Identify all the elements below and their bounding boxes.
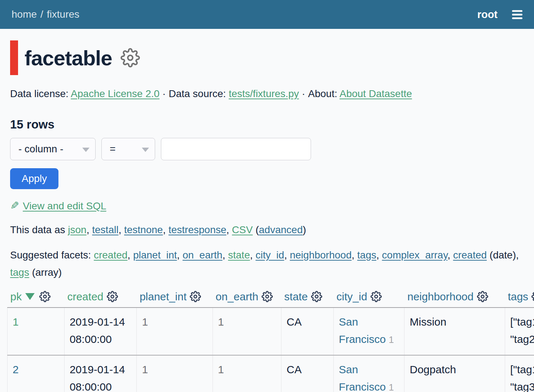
separator: , xyxy=(250,249,256,261)
cell-on-earth: 1 xyxy=(213,308,281,355)
export-link-json[interactable]: json xyxy=(68,224,86,235)
row-pk-link[interactable]: 1 xyxy=(13,316,19,328)
separator: , xyxy=(177,249,183,261)
suggested-facets-row: Suggested facets: created, planet_int, o… xyxy=(10,247,524,281)
facet-link-planet-int[interactable]: planet_int xyxy=(133,249,177,261)
table-header-row: pk created planet_int on_earth state xyxy=(8,289,534,308)
separator: , xyxy=(516,249,519,261)
facet-link-tags[interactable]: tags xyxy=(357,249,376,261)
filter-value-input[interactable] xyxy=(161,138,311,160)
facet-link-on-earth[interactable]: on_earth xyxy=(183,249,223,261)
column-gear-icon[interactable] xyxy=(190,291,201,302)
license-link[interactable]: Apache License 2.0 xyxy=(71,88,159,99)
export-link-advanced[interactable]: advanced xyxy=(259,224,303,235)
column-gear-icon[interactable] xyxy=(477,291,488,302)
source-link[interactable]: tests/fixtures.py xyxy=(229,88,299,99)
menu-button[interactable] xyxy=(512,10,522,19)
column-header-state: state xyxy=(281,289,334,308)
table-row: 1 2019-01-14 08:00:00 1 1 CA San Francis… xyxy=(8,308,534,355)
column-header-tags: tags xyxy=(505,289,534,308)
column-header-tags-link[interactable]: tags xyxy=(508,291,528,302)
facet-link-created[interactable]: created xyxy=(94,249,127,261)
separator: , xyxy=(163,224,168,235)
cell-pk: 2 xyxy=(8,355,65,392)
pencil-icon: ✎ xyxy=(10,199,19,212)
city-link[interactable]: San Francisco xyxy=(339,363,386,392)
hamburger-icon xyxy=(512,10,522,12)
column-gear-icon[interactable] xyxy=(311,291,322,302)
separator: , xyxy=(127,249,133,261)
cell-pk: 1 xyxy=(8,308,65,355)
paren: ) xyxy=(303,224,306,235)
column-header-neighborhood-link[interactable]: neighborhood xyxy=(407,291,474,302)
separator-dot: · xyxy=(302,88,305,99)
hamburger-icon xyxy=(512,14,522,16)
column-header-created: created xyxy=(64,289,136,308)
export-link-testresponse[interactable]: testresponse xyxy=(168,224,226,235)
hamburger-icon xyxy=(512,17,522,19)
column-gear-icon[interactable] xyxy=(371,291,382,302)
column-header-created-link[interactable]: created xyxy=(67,291,103,302)
breadcrumb-separator: / xyxy=(40,9,43,20)
column-header-planet-int-link[interactable]: planet_int xyxy=(140,291,187,302)
facet-link-state[interactable]: state xyxy=(228,249,250,261)
facet-link-tags-array[interactable]: tags xyxy=(10,267,29,278)
column-gear-icon[interactable] xyxy=(39,291,51,302)
cell-state: CA xyxy=(281,308,334,355)
city-link[interactable]: San Francisco xyxy=(339,316,386,345)
view-edit-sql-link[interactable]: View and edit SQL xyxy=(23,200,106,212)
separator: , xyxy=(284,249,290,261)
city-id-number: 1 xyxy=(389,382,394,392)
facet-link-created-date[interactable]: created xyxy=(453,249,487,261)
about-link[interactable]: About Datasette xyxy=(340,88,412,99)
facet-link-city-id[interactable]: city_id xyxy=(255,249,284,261)
breadcrumb: home/fixtures xyxy=(12,9,79,20)
chevron-down-icon xyxy=(82,148,89,152)
page-title-row: facetable xyxy=(10,40,524,75)
export-link-csv[interactable]: CSV xyxy=(232,224,253,235)
row-pk-link[interactable]: 2 xyxy=(13,363,19,375)
export-formats-row: This data as json, testall, testnone, te… xyxy=(10,224,524,236)
separator: , xyxy=(447,249,453,261)
column-header-state-link[interactable]: state xyxy=(284,291,308,302)
logged-in-user[interactable]: root xyxy=(477,9,498,21)
facet-link-complex-array[interactable]: complex_array xyxy=(382,249,448,261)
sql-link-row: ✎View and edit SQL xyxy=(10,199,524,212)
row-count-heading: 15 rows xyxy=(10,118,524,131)
breadcrumb-home-link[interactable]: home xyxy=(12,9,37,20)
column-gear-icon[interactable] xyxy=(107,291,118,302)
separator: , xyxy=(376,249,382,261)
page-title: facetable xyxy=(25,46,112,70)
facet-suffix: (date) xyxy=(487,249,516,261)
operator-select-value: = xyxy=(110,143,115,155)
about-label: About: xyxy=(308,88,337,99)
title-accent-bar xyxy=(10,40,18,75)
table-settings-gear-icon[interactable] xyxy=(121,48,140,67)
breadcrumb-current-link[interactable]: fixtures xyxy=(47,9,79,20)
apply-button[interactable]: Apply xyxy=(10,168,58,189)
paren: ( xyxy=(253,224,259,235)
cell-planet-int: 1 xyxy=(137,308,213,355)
facet-suffix: (array) xyxy=(29,267,62,278)
column-gear-icon[interactable] xyxy=(531,291,534,302)
table-row: 2 2019-01-14 08:00:00 1 1 CA San Francis… xyxy=(8,355,534,392)
column-header-city-id-link[interactable]: city_id xyxy=(337,291,367,302)
column-select[interactable]: - column - xyxy=(10,138,96,160)
column-header-pk-link[interactable]: pk xyxy=(10,291,22,302)
column-gear-icon[interactable] xyxy=(262,291,273,302)
operator-select[interactable]: = xyxy=(101,138,155,160)
results-table: pk created planet_int on_earth state xyxy=(7,289,534,392)
metadata-line: Data license: Apache License 2.0·Data so… xyxy=(10,88,524,100)
source-label: Data source: xyxy=(168,88,226,99)
cell-planet-int: 1 xyxy=(137,355,213,392)
facet-link-neighborhood[interactable]: neighborhood xyxy=(290,249,351,261)
filter-controls: - column - = xyxy=(10,138,524,160)
export-link-testnone[interactable]: testnone xyxy=(124,224,163,235)
separator: , xyxy=(118,224,124,235)
export-prefix: This data as xyxy=(10,224,68,235)
export-link-testall[interactable]: testall xyxy=(92,224,118,235)
separator: , xyxy=(87,224,92,235)
column-header-on-earth-link[interactable]: on_earth xyxy=(215,291,258,302)
column-select-value: - column - xyxy=(18,143,63,155)
cell-neighborhood: Dogpatch xyxy=(404,355,505,392)
